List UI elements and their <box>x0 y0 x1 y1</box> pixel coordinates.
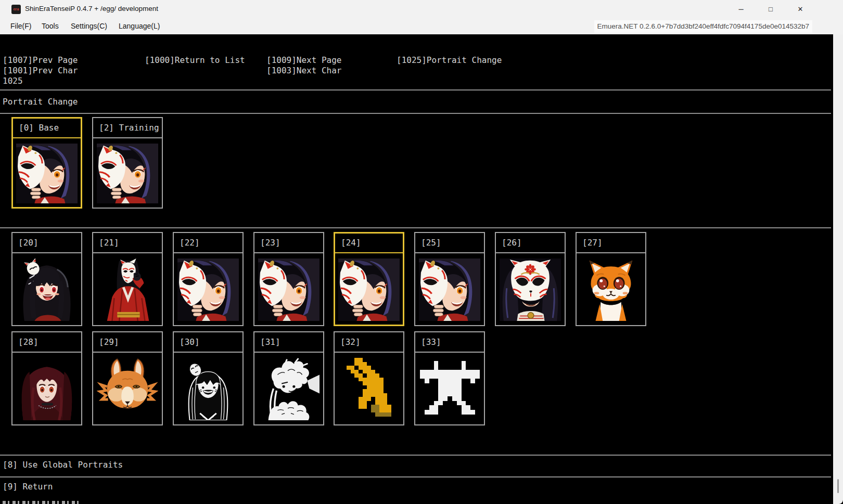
portrait-option-2-training[interactable]: [2] Training <box>92 117 163 209</box>
bw-sketch-child-image <box>258 358 320 420</box>
portrait-thumbnail <box>338 358 400 420</box>
option-use-global-portraits[interactable]: [8] Use Global Portraits <box>3 460 123 470</box>
portrait-option-label: [21] <box>93 233 162 253</box>
portrait-option-26[interactable]: [26] <box>495 232 566 326</box>
fox-mask-girl-closeup-image <box>16 144 78 203</box>
menu-file[interactable]: File(F) <box>7 19 34 34</box>
portrait-thumbnail <box>97 144 158 203</box>
scrollbar-thumb[interactable] <box>837 479 839 493</box>
kimono-girl-full-fox-mask-image <box>97 259 158 321</box>
portrait-option-29[interactable]: [29] <box>92 331 163 425</box>
portrait-option-32[interactable]: [32] <box>334 331 404 425</box>
yellow-pixel-rabbit-image <box>338 358 400 420</box>
red-haired-girl-image <box>16 358 78 420</box>
portrait-option-30[interactable]: [30] <box>173 331 244 425</box>
portrait-option-21[interactable]: [21] <box>92 232 163 326</box>
engine-version-label: Emuera.NET 0.2.6.0+7b7dd3bf240eff4fdfc70… <box>594 20 812 33</box>
app-icon: era <box>11 5 21 14</box>
portrait-option-label: [26] <box>496 233 565 253</box>
portrait-thumbnail <box>580 259 642 321</box>
page-title: Portrait Change <box>3 97 78 107</box>
app-window: era ShinEraTenseiP 0.4.7 + /egg/ develop… <box>0 0 843 504</box>
fox-mask-girl-closeup-image <box>338 259 400 321</box>
divider <box>0 455 831 456</box>
portrait-option-label: [32] <box>335 332 403 353</box>
portrait-option-31[interactable]: [31] <box>253 331 324 425</box>
input-echo: 1025 <box>3 76 23 86</box>
fox-mask-girl-closeup-image <box>177 259 239 321</box>
clipped-text-remnant <box>3 501 81 504</box>
vertical-scrollbar[interactable] <box>833 34 843 504</box>
nav-return-to-list[interactable]: [1000]Return to List <box>145 55 245 66</box>
portrait-thumbnail <box>16 358 78 420</box>
portrait-option-28[interactable]: [28] <box>11 331 82 425</box>
title-bar[interactable]: era ShinEraTenseiP 0.4.7 + /egg/ develop… <box>0 0 843 19</box>
portrait-thumbnail <box>177 358 239 420</box>
close-button[interactable]: ✕ <box>788 0 812 19</box>
nav-prev-char[interactable]: [1001]Prev Char <box>3 66 78 76</box>
divider <box>0 476 831 477</box>
portrait-thumbnail <box>16 259 78 321</box>
portrait-option-label: [23] <box>254 233 323 253</box>
portrait-option-33[interactable]: [33] <box>414 331 485 425</box>
black-hair-girl-mini-mask-image <box>16 259 78 321</box>
portrait-option-label: [29] <box>93 332 162 353</box>
fox-mask-girl-closeup-image <box>97 144 158 203</box>
portrait-option-label: [28] <box>12 332 81 353</box>
portrait-option-25[interactable]: [25] <box>414 232 485 326</box>
portrait-thumbnail <box>500 259 561 321</box>
portrait-thumbnail <box>338 259 400 321</box>
option-return[interactable]: [9] Return <box>3 482 53 492</box>
maximize-button[interactable]: □ <box>759 0 783 19</box>
portrait-option-label: [24] <box>335 234 403 253</box>
divider <box>0 113 831 114</box>
portrait-thumbnail <box>258 358 320 420</box>
cartoon-fox-image <box>580 259 642 321</box>
portrait-thumbnail <box>97 259 158 321</box>
divider <box>0 227 831 228</box>
portrait-option-label: [31] <box>254 332 323 353</box>
portrait-option-label: [25] <box>415 233 484 253</box>
menu-tools[interactable]: Tools <box>39 19 62 34</box>
portrait-thumbnail <box>419 358 480 420</box>
portrait-option-label: [27] <box>577 233 645 253</box>
white-pixel-demon-image <box>419 358 480 420</box>
portrait-option-20[interactable]: [20] <box>11 232 82 326</box>
portrait-option-label: [2] Training <box>93 118 162 138</box>
fox-mask-girl-closeup-image <box>258 259 320 321</box>
portrait-option-24-selected[interactable]: [24] <box>334 232 404 326</box>
fox-mask-girl-closeup-image <box>419 259 480 321</box>
portrait-option-label: [22] <box>174 233 242 253</box>
menu-settings[interactable]: Settings(C) <box>68 19 110 34</box>
portrait-thumbnail <box>419 259 480 321</box>
portrait-option-23[interactable]: [23] <box>253 232 324 326</box>
nav-prev-page[interactable]: [1007]Prev Page <box>3 55 78 66</box>
girl-wearing-fox-mask-image <box>500 259 561 321</box>
realistic-fox-image <box>97 358 158 420</box>
divider <box>0 89 831 91</box>
portrait-option-27[interactable]: [27] <box>576 232 646 326</box>
portrait-option-label: [20] <box>12 233 81 253</box>
window-title: ShinEraTenseiP 0.4.7 + /egg/ development <box>25 5 158 12</box>
portrait-option-0-base[interactable]: [0] Base <box>11 117 82 209</box>
portrait-thumbnail <box>177 259 239 321</box>
menu-bar: File(F) Tools Settings(C) Language(L) Em… <box>0 19 843 34</box>
nav-next-char[interactable]: [1003]Next Char <box>266 66 342 76</box>
portrait-option-label: [33] <box>415 332 484 353</box>
portrait-option-22[interactable]: [22] <box>173 232 244 326</box>
portrait-thumbnail <box>16 144 78 203</box>
portrait-option-label: [30] <box>174 332 242 353</box>
menu-language[interactable]: Language(L) <box>116 19 163 34</box>
portrait-thumbnail <box>258 259 320 321</box>
nav-portrait-change[interactable]: [1025]Portrait Change <box>397 55 502 66</box>
bw-manga-girl-mask-image <box>177 358 239 420</box>
portrait-option-label: [0] Base <box>13 119 81 138</box>
minimize-button[interactable]: ─ <box>729 0 753 19</box>
portrait-thumbnail <box>97 358 158 420</box>
nav-next-page[interactable]: [1009]Next Page <box>266 55 342 66</box>
